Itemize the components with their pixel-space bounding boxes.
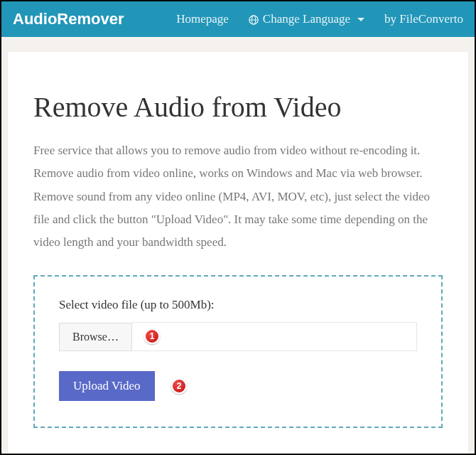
page-title: Remove Audio from Video [33,90,443,124]
file-name-field[interactable] [132,322,417,351]
nav-change-language-label: Change Language [263,12,350,26]
chevron-down-icon [357,18,364,21]
main-content: Remove Audio from Video Free service tha… [7,51,469,454]
annotation-step-2: 2 [171,378,187,394]
upload-video-button[interactable]: Upload Video [59,371,155,401]
globe-icon [249,14,259,24]
upload-panel: Select video file (up to 500Mb): Browse…… [33,275,443,428]
nav-homepage[interactable]: Homepage [176,12,229,26]
nav-change-language[interactable]: Change Language [249,12,364,26]
nav-by-fileconverto[interactable]: by FileConverto [384,12,463,26]
nav-links: Homepage Change Language by FileConverto [176,12,463,26]
file-input-row: Browse… 1 [59,322,417,351]
navbar: AudioRemover Homepage Change Language by… [1,1,475,37]
file-select-label: Select video file (up to 500Mb): [59,298,417,312]
browse-button[interactable]: Browse… [59,323,132,351]
page-description: Free service that allows you to remove a… [33,139,443,254]
brand-logo[interactable]: AudioRemover [13,10,124,28]
